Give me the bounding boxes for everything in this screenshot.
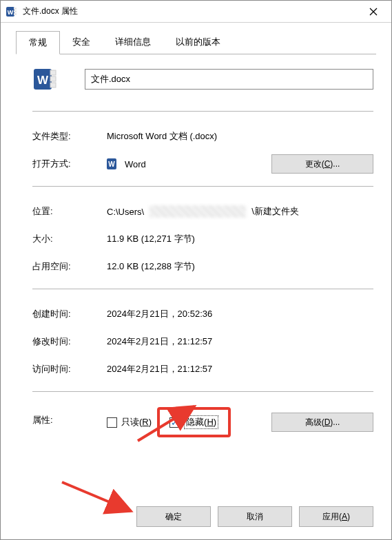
value-accessed: 2024年2月21日，21:12:57	[107, 363, 373, 375]
label-accessed: 访问时间:	[32, 363, 107, 375]
redacted-username	[149, 205, 246, 218]
file-type-icon: W	[32, 67, 57, 92]
properties-dialog: W 文件.docx 属性 常规 安全 详细信息 以前的版本 W 文件类型: Mi…	[0, 0, 392, 540]
svg-rect-3	[14, 10, 17, 12]
close-icon	[369, 8, 378, 16]
readonly-checkbox[interactable]: 只读(R)	[107, 416, 152, 428]
advanced-button[interactable]: 高级(D)...	[271, 413, 373, 432]
label-created: 创建时间:	[32, 308, 107, 320]
checkbox-icon: ✓	[169, 417, 180, 428]
highlight-box: ✓ 隐藏(H)	[157, 407, 231, 437]
divider	[32, 391, 373, 392]
label-attributes: 属性:	[32, 407, 107, 426]
svg-text:W: W	[8, 9, 14, 16]
divider	[32, 111, 373, 112]
window-title: 文件.docx 属性	[23, 6, 358, 17]
svg-rect-10	[50, 76, 56, 81]
svg-rect-4	[14, 13, 17, 15]
dialog-footer: 确定 取消 应用(A)	[1, 498, 391, 539]
close-button[interactable]	[358, 2, 389, 21]
svg-text:W: W	[37, 74, 49, 87]
checkbox-icon	[107, 417, 117, 428]
svg-text:W: W	[108, 160, 115, 168]
tab-strip: 常规 安全 详细信息 以前的版本	[1, 23, 391, 54]
word-app-icon: W	[107, 158, 119, 170]
value-file-type: Microsoft Word 文档 (.docx)	[107, 130, 373, 143]
svg-rect-9	[50, 70, 56, 75]
cancel-button[interactable]: 取消	[218, 506, 292, 527]
value-size-on-disk: 12.0 KB (12,288 字节)	[107, 260, 373, 273]
titlebar: W 文件.docx 属性	[1, 1, 391, 23]
svg-rect-2	[14, 8, 17, 10]
change-button[interactable]: 更改(C)...	[271, 154, 373, 174]
divider	[32, 186, 373, 187]
tab-previous-versions[interactable]: 以前的版本	[163, 31, 233, 54]
svg-rect-11	[50, 83, 56, 87]
label-modified: 修改时间:	[32, 335, 107, 348]
word-icon: W	[6, 6, 17, 17]
label-open-with: 打开方式:	[32, 158, 107, 170]
hidden-checkbox[interactable]: ✓ 隐藏(H)	[169, 415, 218, 429]
label-file-type: 文件类型:	[32, 130, 107, 143]
filename-input[interactable]	[85, 69, 373, 90]
tab-details[interactable]: 详细信息	[103, 31, 163, 54]
label-size: 大小:	[32, 233, 107, 245]
content-area: W 文件类型: Microsoft Word 文档 (.docx) 打开方式: …	[1, 54, 391, 498]
label-size-on-disk: 占用空间:	[32, 260, 107, 273]
value-location: C:\Users\\新建文件夹	[107, 205, 373, 218]
value-modified: 2024年2月21日，21:12:57	[107, 335, 373, 348]
value-created: 2024年2月21日，20:52:36	[107, 308, 373, 320]
tab-general[interactable]: 常规	[16, 31, 60, 54]
apply-button[interactable]: 应用(A)	[299, 506, 373, 527]
value-open-with: W Word 更改(C)...	[107, 154, 373, 174]
open-with-app-name: Word	[125, 159, 146, 169]
ok-button[interactable]: 确定	[136, 506, 211, 527]
divider	[32, 289, 373, 289]
value-size: 11.9 KB (12,271 字节)	[107, 233, 373, 245]
label-location: 位置:	[32, 205, 107, 218]
tab-security[interactable]: 安全	[60, 31, 103, 54]
